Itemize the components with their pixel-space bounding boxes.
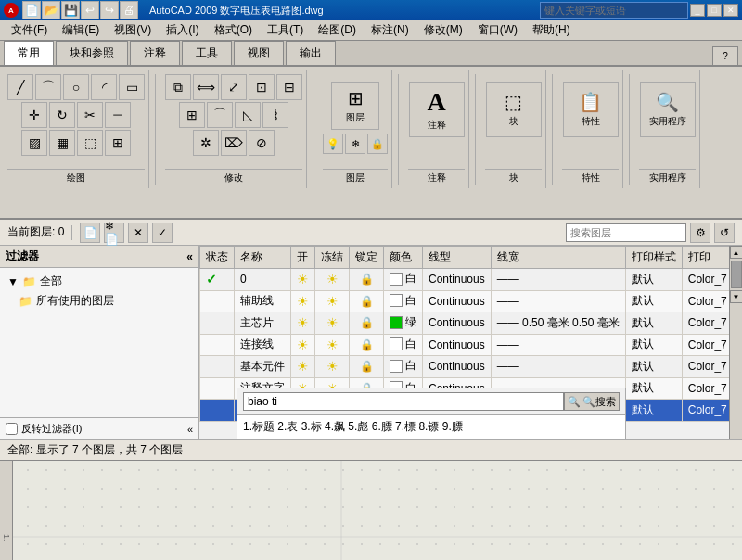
- arc-btn[interactable]: ◜: [91, 74, 117, 100]
- cell-lock[interactable]: 🔒: [350, 334, 384, 356]
- cell-color[interactable]: 绿: [384, 312, 423, 335]
- tab-tools[interactable]: 工具: [182, 41, 232, 65]
- offset-btn[interactable]: ⊟: [276, 74, 302, 100]
- erase-btn[interactable]: ⌦: [221, 130, 247, 156]
- menu-tools[interactable]: 工具(T): [260, 20, 311, 40]
- layer-scrollbar[interactable]: ▲ ▼: [729, 246, 742, 439]
- scroll-down-btn[interactable]: ▼: [730, 290, 743, 303]
- rotate-btn[interactable]: ↻: [49, 102, 75, 128]
- properties-btn[interactable]: 📋 特性: [563, 82, 619, 137]
- break-btn[interactable]: ⌇: [262, 102, 288, 128]
- tab-help-btn[interactable]: ?: [712, 46, 738, 65]
- trim-btn[interactable]: ✂: [77, 102, 103, 128]
- cell-on[interactable]: ☀: [291, 312, 315, 335]
- set-current-btn[interactable]: ✓: [152, 223, 173, 243]
- block-btn[interactable]: ⬚ 块: [486, 82, 542, 137]
- gradient-btn[interactable]: ▦: [49, 130, 75, 156]
- layer-search-input[interactable]: [566, 223, 686, 242]
- tab-annotation[interactable]: 注释: [130, 41, 180, 65]
- layer-freeze-btn[interactable]: ❄: [345, 134, 365, 154]
- edit3-btn[interactable]: ⊘: [249, 130, 275, 156]
- cell-on[interactable]: ☀: [291, 290, 315, 312]
- table-btn[interactable]: ⊞: [105, 130, 131, 156]
- scroll-up-btn[interactable]: ▲: [730, 246, 743, 259]
- fillet-btn[interactable]: ⌒: [207, 102, 233, 128]
- layer-properties-btn[interactable]: ⊞ 图层: [331, 82, 379, 130]
- title-search-input[interactable]: [540, 2, 688, 19]
- menu-view[interactable]: 视图(V): [107, 20, 159, 40]
- print-btn[interactable]: 🖨: [120, 1, 138, 19]
- save-btn[interactable]: 💾: [61, 1, 80, 19]
- tree-used-item[interactable]: 📁 所有使用的图层: [15, 291, 195, 311]
- move-btn[interactable]: ✛: [21, 102, 47, 128]
- explode-btn[interactable]: ✲: [193, 130, 219, 156]
- text-btn[interactable]: A 注释: [409, 82, 465, 137]
- new-layer-btn[interactable]: 📄: [80, 223, 100, 243]
- tab-blocks[interactable]: 块和参照: [56, 41, 128, 65]
- menu-help[interactable]: 帮助(H): [525, 20, 578, 40]
- cell-color[interactable]: 白: [384, 334, 423, 356]
- menu-file[interactable]: 文件(F): [4, 20, 55, 40]
- table-row[interactable]: 连接线 ☀ ☀ 🔒 白 Continuous —— 默认 Color_7 🖨: [200, 334, 730, 356]
- menu-window[interactable]: 窗口(W): [470, 20, 525, 40]
- minimize-btn[interactable]: _: [690, 4, 705, 17]
- collapse-icon[interactable]: «: [186, 250, 193, 263]
- new-layer-freeze-btn[interactable]: ❄📄: [104, 223, 124, 243]
- cell-color[interactable]: 白: [384, 269, 423, 291]
- cell-on[interactable]: ☀: [291, 269, 315, 291]
- chamfer-btn[interactable]: ◺: [235, 102, 261, 128]
- canvas-area[interactable]: 1.: [0, 461, 742, 560]
- cell-freeze[interactable]: ☀: [315, 290, 350, 312]
- cell-freeze[interactable]: ☀: [315, 312, 350, 335]
- layer-off-btn[interactable]: 💡: [323, 134, 343, 154]
- polyline-btn[interactable]: ⌒: [35, 74, 61, 100]
- new-file-btn[interactable]: 📄: [22, 1, 41, 19]
- cell-color[interactable]: 白: [384, 290, 423, 312]
- cell-lock[interactable]: 🔒: [350, 356, 384, 378]
- maximize-btn[interactable]: □: [707, 4, 722, 17]
- cell-freeze[interactable]: ☀: [315, 334, 350, 356]
- menu-insert[interactable]: 插入(I): [159, 20, 206, 40]
- delete-layer-btn[interactable]: ✕: [128, 223, 148, 243]
- utilities-btn[interactable]: 🔍 实用程序: [640, 82, 696, 137]
- menu-draw[interactable]: 绘图(D): [311, 20, 364, 40]
- cell-color[interactable]: 白: [384, 356, 423, 378]
- region-btn[interactable]: ⬚: [77, 130, 103, 156]
- open-btn[interactable]: 📂: [42, 1, 60, 19]
- table-row[interactable]: ✓ 0 ☀ ☀ 🔒 白 Continuous —— 默认 Color_7 🖨: [200, 269, 730, 291]
- tree-all[interactable]: ▼ 📁 全部: [4, 272, 195, 291]
- cell-freeze[interactable]: ☀: [315, 356, 350, 378]
- layer-lock-btn[interactable]: 🔒: [367, 134, 388, 154]
- array-btn[interactable]: ⊞: [179, 102, 205, 128]
- copy-btn[interactable]: ⧉: [165, 74, 191, 100]
- line-btn[interactable]: ╱: [7, 74, 33, 100]
- table-row[interactable]: 辅助线 ☀ ☀ 🔒 白 Continuous —— 默认 Color_7 🖨: [200, 290, 730, 312]
- table-row[interactable]: 基本元件 ☀ ☀ 🔒 白 Continuous —— 默认 Color_7 🖨: [200, 356, 730, 378]
- mirror-btn[interactable]: ⟺: [193, 74, 219, 100]
- stretch-btn[interactable]: ⤢: [221, 74, 247, 100]
- refresh-btn[interactable]: ↺: [714, 223, 735, 243]
- table-row[interactable]: 主芯片 ☀ ☀ 🔒 绿 Continuous —— 0.50 毫米 0.50 毫…: [200, 312, 730, 335]
- menu-modify[interactable]: 修改(M): [416, 20, 470, 40]
- sidebar-collapse-btn[interactable]: «: [187, 424, 193, 435]
- cell-lock[interactable]: 🔒: [350, 312, 384, 335]
- close-btn[interactable]: ✕: [723, 4, 738, 17]
- cell-lock[interactable]: 🔒: [350, 269, 384, 291]
- layer-name-search-input[interactable]: [243, 392, 564, 411]
- cell-lock[interactable]: 🔒: [350, 290, 384, 312]
- invert-filter-checkbox[interactable]: [6, 423, 18, 435]
- cell-freeze[interactable]: ☀: [315, 269, 350, 291]
- rect-btn[interactable]: ▭: [119, 74, 145, 100]
- extend-btn[interactable]: ⊣: [105, 102, 131, 128]
- search-execute-btn[interactable]: 🔍 🔍搜索: [564, 392, 620, 411]
- cell-on[interactable]: ☀: [291, 334, 315, 356]
- circle-btn[interactable]: ○: [63, 74, 89, 100]
- menu-edit[interactable]: 编辑(E): [55, 20, 107, 40]
- menu-format[interactable]: 格式(O): [207, 20, 260, 40]
- cell-on[interactable]: ☀: [291, 356, 315, 378]
- hatch-btn[interactable]: ▨: [21, 130, 47, 156]
- tab-view[interactable]: 视图: [234, 41, 284, 65]
- redo-btn[interactable]: ↪: [100, 1, 119, 19]
- menu-dim[interactable]: 标注(N): [364, 20, 416, 40]
- scale-btn[interactable]: ⊡: [249, 74, 275, 100]
